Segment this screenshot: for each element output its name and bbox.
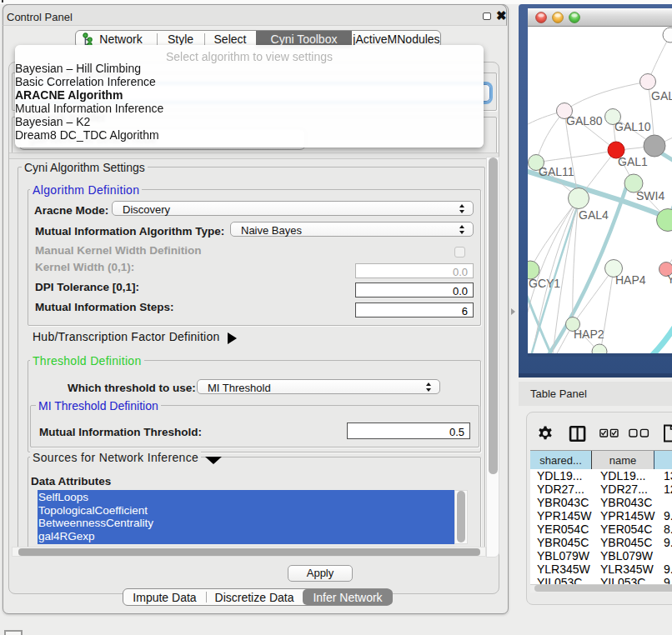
svg-text:HAP2: HAP2 [574,328,604,341]
svg-text:GAL80: GAL80 [566,114,603,128]
svg-text:SWI4: SWI4 [636,189,664,202]
svg-text:GAL1: GAL1 [618,155,648,168]
svg-text:GAL7: GAL7 [651,89,672,102]
svg-text:HAP4: HAP4 [615,273,646,287]
svg-text:YJ: YJ [667,272,672,286]
svg-text:GAL11: GAL11 [539,165,574,178]
svg-text:GAL10: GAL10 [614,120,651,133]
svg-text:GCY1: GCY1 [529,277,560,290]
svg-text:GAL4: GAL4 [579,208,609,222]
